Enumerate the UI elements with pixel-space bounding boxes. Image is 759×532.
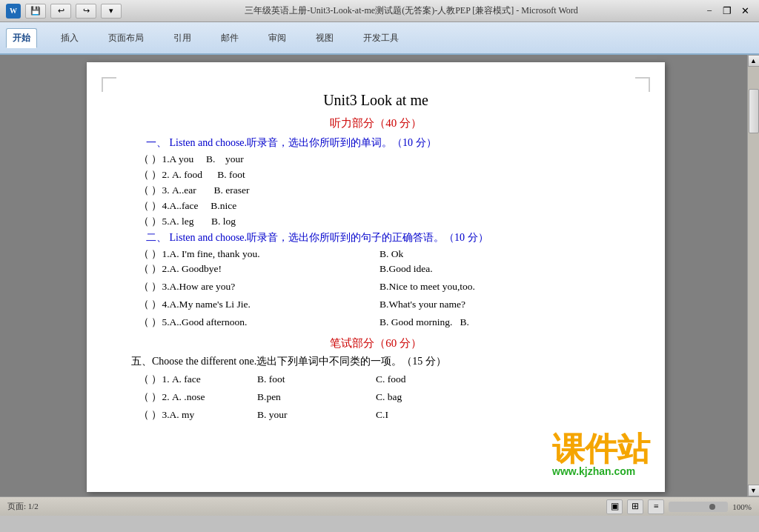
title-bar-left: W 💾 ↩ ↪ ▾ bbox=[6, 4, 122, 19]
web-layout-btn[interactable]: ≡ bbox=[648, 499, 664, 514]
q5-1: （ ）1. A. face B. foot C. food bbox=[131, 373, 620, 386]
save-quick-btn[interactable]: 💾 bbox=[25, 4, 46, 19]
part5-header: 五、Choose the different one.选出下列单词中不同类的一项… bbox=[131, 355, 620, 368]
scroll-thumb[interactable] bbox=[749, 89, 759, 133]
q2-1: （ ）1.A. I'm fine, thank you. B. Ok bbox=[131, 247, 620, 261]
close-btn[interactable]: ✕ bbox=[737, 4, 753, 19]
tab-view[interactable]: 视图 bbox=[310, 29, 339, 47]
vertical-scrollbar[interactable]: ▲ ▼ bbox=[747, 55, 759, 496]
tab-insert[interactable]: 插入 bbox=[55, 29, 84, 47]
tab-page-layout[interactable]: 页面布局 bbox=[102, 29, 150, 47]
tab-developer[interactable]: 开发工具 bbox=[357, 29, 405, 47]
scroll-down-btn[interactable]: ▼ bbox=[748, 485, 760, 496]
watermark-text2: www.kjzhan.com bbox=[552, 465, 650, 477]
status-right: ▣ ⊞ ≡ 100% bbox=[606, 499, 752, 514]
word-icon: W bbox=[6, 4, 21, 19]
page-indicator: 页面: 1/2 bbox=[7, 501, 39, 512]
tab-start[interactable]: 开始 bbox=[6, 28, 37, 48]
undo-btn[interactable]: ↩ bbox=[50, 4, 71, 19]
customize-btn[interactable]: ▾ bbox=[101, 4, 122, 19]
page-wrapper: Unit3 Look at me 听力部分（40 分） 一、 Listen an… bbox=[0, 55, 759, 496]
restore-btn[interactable]: ❐ bbox=[719, 4, 735, 19]
full-screen-btn[interactable]: ⊞ bbox=[627, 499, 643, 514]
document-page[interactable]: Unit3 Look at me 听力部分（40 分） 一、 Listen an… bbox=[87, 62, 665, 492]
window-controls: − ❐ ✕ bbox=[701, 4, 753, 19]
minimize-btn[interactable]: − bbox=[701, 4, 717, 19]
section2-title: 笔试部分（60 分） bbox=[131, 336, 620, 350]
q2-3: （ ）3.A.How are you? B.Nice to meet you,t… bbox=[131, 280, 620, 293]
window-title: 三年级英语上册-Unit3-Look-at-me测试题(无答案)-人教PEP [… bbox=[245, 4, 578, 17]
ribbon: 开始 插入 页面布局 引用 邮件 审阅 视图 开发工具 bbox=[0, 22, 759, 55]
scroll-track[interactable] bbox=[748, 67, 759, 485]
tab-review[interactable]: 审阅 bbox=[262, 29, 292, 47]
corner-mark-tl bbox=[102, 77, 116, 92]
section1-title: 听力部分（40 分） bbox=[131, 116, 620, 130]
zoom-percentage: 100% bbox=[732, 502, 752, 511]
document-area: Unit3 Look at me 听力部分（40 分） 一、 Listen an… bbox=[0, 55, 759, 496]
zoom-slider[interactable] bbox=[669, 502, 728, 512]
corner-mark-tr bbox=[635, 77, 650, 92]
q1-2: （ ）2. A. food B. foot bbox=[131, 168, 620, 182]
q1-1: （ ）1.A you B. your bbox=[131, 153, 620, 166]
q1-3: （ ）3. A..ear B. eraser bbox=[131, 184, 620, 197]
q1-5: （ ）5.A. leg B. log bbox=[131, 215, 620, 228]
q5-3: （ ）3.A. my B. your C.I bbox=[131, 408, 620, 422]
part1-header: 一、 Listen and choose.听录音，选出你所听到的单词。（10 分… bbox=[131, 136, 620, 150]
redo-btn[interactable]: ↪ bbox=[76, 4, 96, 19]
status-bar: 页面: 1/2 ▣ ⊞ ≡ 100% bbox=[0, 496, 759, 516]
title-bar: W 💾 ↩ ↪ ▾ 三年级英语上册-Unit3-Look-at-me测试题(无答… bbox=[0, 0, 759, 22]
print-layout-btn[interactable]: ▣ bbox=[606, 499, 623, 514]
part2-header: 二、 Listen and choose.听录音，选出你所听到的句子的正确答语。… bbox=[131, 231, 620, 245]
scroll-up-btn[interactable]: ▲ bbox=[748, 55, 760, 67]
q1-4: （ ）4.A..face B.nice bbox=[131, 199, 620, 213]
q5-2: （ ）2. A. .nose B.pen C. bag bbox=[131, 390, 620, 404]
watermark: 课件站 www.kjzhan.com bbox=[552, 433, 650, 477]
q2-4: （ ）4.A.My name's Li Jie. B.What's your n… bbox=[131, 298, 620, 311]
q2-2: （ ）2.A. Goodbye! B.Good idea. bbox=[131, 262, 620, 276]
tab-mailings[interactable]: 邮件 bbox=[215, 29, 245, 47]
q2-5: （ ）5.A..Good afternoon. B. Good morning.… bbox=[131, 316, 620, 329]
tab-references[interactable]: 引用 bbox=[168, 29, 197, 47]
doc-title: Unit3 Look at me bbox=[131, 92, 620, 109]
watermark-text1: 课件站 bbox=[552, 433, 650, 465]
